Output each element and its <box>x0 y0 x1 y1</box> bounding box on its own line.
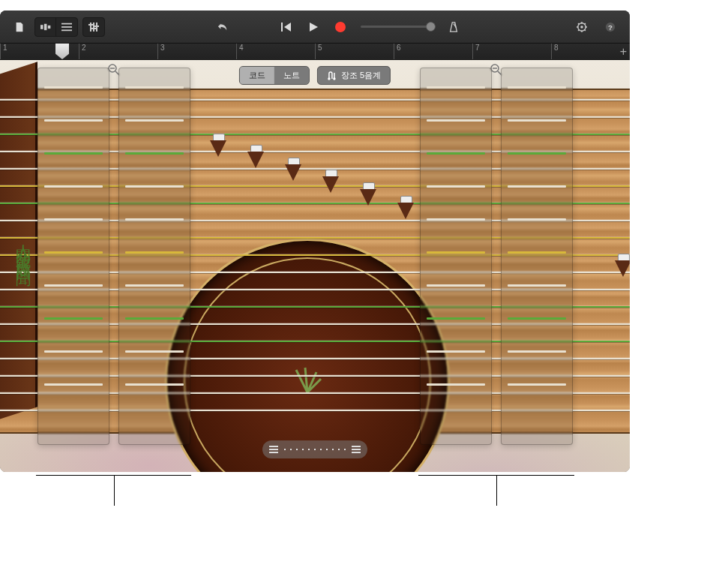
settings-button[interactable] <box>571 18 592 36</box>
zoom-string[interactable] <box>44 317 103 320</box>
zoom-string[interactable] <box>427 218 485 221</box>
zoom-string[interactable] <box>427 152 485 155</box>
chord-mode-button[interactable]: 코드 <box>240 67 274 84</box>
svg-rect-7 <box>93 23 94 32</box>
zoom-string[interactable] <box>125 185 184 188</box>
zoom-string[interactable] <box>125 350 184 353</box>
svg-rect-5 <box>61 29 72 31</box>
svg-rect-3 <box>61 23 72 24</box>
svg-rect-0 <box>40 25 43 29</box>
zoom-string[interactable] <box>44 218 103 221</box>
tracks-button[interactable] <box>56 18 77 36</box>
zoom-string[interactable] <box>427 284 485 287</box>
bridge <box>615 254 630 279</box>
ruler-tick: 1 <box>0 44 79 59</box>
zoom-string[interactable] <box>508 251 566 254</box>
note-mode-button[interactable]: 노트 <box>274 67 309 84</box>
zoom-string[interactable] <box>125 152 184 155</box>
zoom-string[interactable] <box>427 119 485 122</box>
zoom-string[interactable] <box>427 350 485 353</box>
zoom-string[interactable] <box>508 86 566 89</box>
scale-button[interactable]: 장조 5음계 <box>317 66 391 85</box>
browser-button[interactable] <box>35 18 56 36</box>
zoom-column[interactable] <box>501 68 573 445</box>
zoom-string[interactable] <box>44 152 103 155</box>
zoom-string[interactable] <box>508 119 566 122</box>
undo-button[interactable] <box>212 18 233 36</box>
volume-knob[interactable] <box>426 22 436 32</box>
svg-rect-12 <box>281 23 283 32</box>
zoom-string[interactable] <box>125 119 184 122</box>
zoom-string[interactable] <box>508 185 566 188</box>
zoom-panel-left <box>37 68 190 445</box>
svg-point-15 <box>580 26 583 29</box>
zoom-string[interactable] <box>427 185 485 188</box>
zoom-string[interactable] <box>427 317 485 320</box>
bridge <box>210 134 226 159</box>
zoom-string[interactable] <box>508 284 566 287</box>
tremolo-control[interactable] <box>262 440 367 458</box>
toolbar: ? <box>0 11 630 44</box>
svg-rect-1 <box>43 23 46 29</box>
zoom-string[interactable] <box>44 284 103 287</box>
svg-rect-11 <box>94 26 99 27</box>
zoom-column[interactable] <box>420 68 492 445</box>
zoom-string[interactable] <box>427 86 485 89</box>
tremolo-dots <box>283 449 346 450</box>
svg-rect-6 <box>90 23 91 32</box>
zoom-string[interactable] <box>44 185 103 188</box>
zoom-string[interactable] <box>44 119 103 122</box>
calligraphy-text: 人間能得幾回聞 <box>13 233 34 264</box>
toolbar-center <box>111 18 565 36</box>
help-icon: ? <box>605 22 616 32</box>
app-window: ? 1 2 3 4 5 6 7 8 + <box>0 11 630 472</box>
svg-rect-2 <box>47 25 50 28</box>
zoom-column[interactable] <box>118 68 190 445</box>
mixer-button[interactable] <box>83 18 104 36</box>
toolbar-left <box>9 17 105 37</box>
zoom-string[interactable] <box>508 317 566 320</box>
help-button[interactable]: ? <box>600 18 621 36</box>
zoom-string[interactable] <box>125 284 184 287</box>
record-button[interactable] <box>328 18 353 36</box>
scale-icon <box>327 71 337 80</box>
go-to-start-button[interactable] <box>274 18 299 36</box>
bridge <box>285 158 301 183</box>
metronome-icon <box>448 22 459 32</box>
zoom-string[interactable] <box>508 218 566 221</box>
callout-bracket-left <box>36 475 191 476</box>
svg-rect-4 <box>61 26 72 28</box>
volume-slider[interactable] <box>361 26 436 28</box>
metronome-button[interactable] <box>443 18 464 36</box>
zoom-string[interactable] <box>44 86 103 89</box>
ruler-tick: 3 <box>157 44 236 59</box>
zoom-string[interactable] <box>125 317 184 320</box>
record-icon <box>335 22 346 32</box>
my-songs-button[interactable] <box>9 18 30 36</box>
zoom-string[interactable] <box>508 350 566 353</box>
ruler-tick: 2 <box>79 44 157 59</box>
zoom-string[interactable] <box>125 86 184 89</box>
zoom-string[interactable] <box>125 383 184 386</box>
toolbar-right: ? <box>571 18 621 36</box>
zoom-string[interactable] <box>44 350 103 353</box>
zoom-string[interactable] <box>44 251 103 254</box>
zoom-string[interactable] <box>427 383 485 386</box>
svg-rect-9 <box>88 24 93 26</box>
zoom-string[interactable] <box>44 383 103 386</box>
zoom-string[interactable] <box>508 383 566 386</box>
svg-text:?: ? <box>608 23 613 31</box>
chord-note-segment: 코드 노트 <box>239 66 310 85</box>
timeline-ruler[interactable]: 1 2 3 4 5 6 7 8 + <box>0 44 630 60</box>
add-section-button[interactable]: + <box>620 45 627 59</box>
gear-icon <box>577 22 587 32</box>
mode-bar: 코드 노트 장조 5음계 <box>239 66 391 85</box>
zoom-column[interactable] <box>37 68 109 445</box>
zoom-string[interactable] <box>508 152 566 155</box>
zoom-string[interactable] <box>125 251 184 254</box>
zoom-string[interactable] <box>125 218 184 221</box>
play-button[interactable] <box>301 18 326 36</box>
zoom-string[interactable] <box>427 251 485 254</box>
svg-rect-10 <box>91 28 96 29</box>
zoom-panel-right <box>420 68 573 445</box>
